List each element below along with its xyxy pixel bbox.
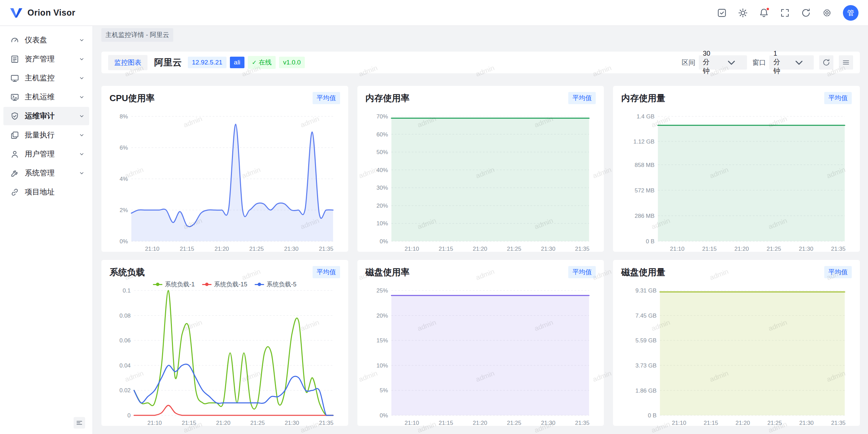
interval-select[interactable]: 30分钟 [699, 55, 747, 70]
svg-text:2%: 2% [120, 207, 128, 213]
sidebar-item-运维审计[interactable]: 运维审计 [3, 107, 89, 125]
refresh-charts-button[interactable] [819, 55, 833, 70]
monitor-chart-tab[interactable]: 监控图表 [108, 55, 147, 70]
svg-text:0.02: 0.02 [119, 387, 131, 394]
sidebar-item-主机运维[interactable]: 主机运维 [3, 88, 89, 106]
svg-text:21:20: 21:20 [216, 420, 231, 426]
chevron-down-icon [78, 113, 85, 119]
svg-text:0.06: 0.06 [119, 337, 131, 344]
svg-text:20%: 20% [376, 203, 388, 209]
svg-text:8%: 8% [120, 113, 128, 120]
svg-text:0%: 0% [379, 238, 388, 245]
svg-text:10%: 10% [376, 362, 388, 369]
legend-item-系统负载-15[interactable]: 系统负载-15 [202, 280, 247, 288]
svg-text:0 B: 0 B [646, 238, 655, 245]
collapse-sidebar-button[interactable] [74, 417, 85, 429]
sidebar-item-label: 运维审计 [25, 111, 73, 121]
host-tag: v1.0.0 [279, 57, 305, 68]
host-header-controls: 区间 30分钟 窗口 1分钟 [682, 55, 853, 70]
svg-text:21:15: 21:15 [182, 420, 196, 426]
notification-bell-icon[interactable] [759, 8, 769, 18]
svg-text:21:25: 21:25 [249, 246, 264, 252]
fullscreen-icon[interactable] [780, 8, 790, 18]
notification-badge [766, 7, 770, 11]
chart-plot[interactable]: 0 B1.86 GB3.73 GB5.59 GB7.45 GB9.31 GB21… [621, 282, 852, 426]
chart-plot[interactable]: 0%10%20%30%40%50%60%70%21:1021:1521:2021… [366, 108, 596, 252]
breadcrumb-item[interactable]: 主机监控详情 - 阿里云 [101, 28, 173, 42]
svg-text:21:15: 21:15 [439, 246, 453, 252]
svg-text:858 MB: 858 MB [635, 162, 655, 168]
chevron-down-icon [78, 94, 85, 100]
chart-card-1: CPU使用率平均值0%2%4%6%8%21:1021:1521:2021:252… [101, 86, 348, 252]
sidebar-item-用户管理[interactable]: 用户管理 [3, 145, 89, 163]
refresh-icon[interactable] [801, 8, 811, 18]
chart-plot[interactable]: 00.020.040.060.080.121:1021:1521:2021:25… [110, 282, 340, 426]
chart-card-3: 内存使用量平均值0 B286 MB572 MB858 MB1.12 GB1.4 … [613, 86, 860, 252]
legend-item-系统负载-5[interactable]: 系统负载-5 [255, 280, 296, 288]
svg-text:21:20: 21:20 [215, 246, 229, 252]
sidebar-item-批量执行[interactable]: 批量执行 [3, 126, 89, 144]
chart-card-6: 磁盘使用量平均值0 B1.86 GB3.73 GB5.59 GB7.45 GB9… [613, 260, 860, 426]
host-header-left: 监控图表 阿里云 12.92.5.21ali✓在线v1.0.0 [108, 55, 305, 70]
chart-plot[interactable]: 0%2%4%6%8%21:1021:1521:2021:2521:3021:35 [110, 108, 340, 252]
host-header-card: 监控图表 阿里云 12.92.5.21ali✓在线v1.0.0 区间 30分钟 … [101, 52, 860, 73]
svg-text:21:20: 21:20 [736, 420, 750, 426]
interval-value: 30分钟 [703, 50, 715, 76]
sidebar-item-label: 项目地址 [25, 187, 85, 197]
svg-text:60%: 60% [376, 131, 388, 138]
main-content: 主机监控详情 - 阿里云 监控图表 阿里云 12.92.5.21ali✓在线v1… [93, 26, 868, 434]
svg-text:5%: 5% [379, 387, 388, 394]
svg-text:21:15: 21:15 [704, 420, 718, 426]
svg-text:0.08: 0.08 [119, 313, 131, 319]
svg-text:50%: 50% [376, 149, 388, 155]
sidebar-item-主机监控[interactable]: 主机监控 [3, 69, 89, 87]
app-logo[interactable]: Orion Visor [9, 7, 75, 19]
interval-select-group: 区间 30分钟 [682, 55, 747, 70]
host-name: 阿里云 [154, 56, 182, 69]
svg-text:21:30: 21:30 [285, 420, 299, 426]
svg-text:21:35: 21:35 [831, 246, 846, 252]
task-check-icon[interactable] [717, 8, 727, 18]
host-monitor-icon [10, 74, 19, 83]
chart-plot[interactable]: 0%5%10%15%20%25%21:1021:1521:2021:2521:3… [366, 282, 596, 426]
svg-text:21:25: 21:25 [767, 246, 781, 252]
chart-title: CPU使用率 [110, 92, 155, 104]
window-select-group: 窗口 1分钟 [752, 55, 814, 70]
theme-sun-icon[interactable] [738, 8, 748, 18]
svg-text:25%: 25% [376, 287, 388, 294]
legend-item-系统负载-1[interactable]: 系统负载-1 [153, 280, 195, 288]
topbar-actions: 管 [717, 5, 859, 21]
svg-text:572 MB: 572 MB [635, 187, 655, 194]
svg-text:21:10: 21:10 [405, 420, 419, 426]
window-select[interactable]: 1分钟 [769, 55, 814, 70]
average-badge: 平均值 [568, 92, 596, 104]
svg-text:21:30: 21:30 [284, 246, 299, 252]
svg-text:10%: 10% [376, 220, 388, 227]
chevron-down-icon [78, 151, 85, 157]
sidebar-item-项目地址[interactable]: 项目地址 [3, 183, 89, 201]
chart-card-4: 系统负载平均值系统负载-1系统负载-15系统负载-500.020.040.060… [101, 260, 348, 426]
svg-text:0 B: 0 B [648, 412, 657, 419]
svg-text:21:30: 21:30 [800, 420, 814, 426]
chevron-down-icon [78, 37, 85, 43]
dashboard-icon [10, 36, 19, 45]
user-avatar[interactable]: 管 [843, 5, 859, 21]
sidebar-item-label: 主机监控 [25, 73, 73, 83]
sidebar-item-系统管理[interactable]: 系统管理 [3, 164, 89, 182]
svg-text:21:10: 21:10 [145, 246, 160, 252]
svg-text:0: 0 [127, 412, 131, 419]
sidebar-item-资产管理[interactable]: 资产管理 [3, 50, 89, 68]
host-tags: 12.92.5.21ali✓在线v1.0.0 [188, 56, 305, 69]
host-tag: ali [230, 57, 244, 68]
chart-plot[interactable]: 0 B286 MB572 MB858 MB1.12 GB1.4 GB21:102… [621, 108, 852, 252]
link-icon [10, 188, 19, 197]
chart-config-button[interactable] [839, 55, 853, 70]
chevron-down-icon [78, 56, 85, 62]
svg-text:21:20: 21:20 [473, 246, 487, 252]
system-icon [10, 169, 19, 178]
average-badge: 平均值 [313, 266, 340, 278]
svg-text:21:25: 21:25 [768, 420, 782, 426]
settings-gear-icon[interactable] [822, 8, 832, 18]
sidebar-item-仪表盘[interactable]: 仪表盘 [3, 31, 89, 49]
average-badge: 平均值 [313, 92, 340, 104]
